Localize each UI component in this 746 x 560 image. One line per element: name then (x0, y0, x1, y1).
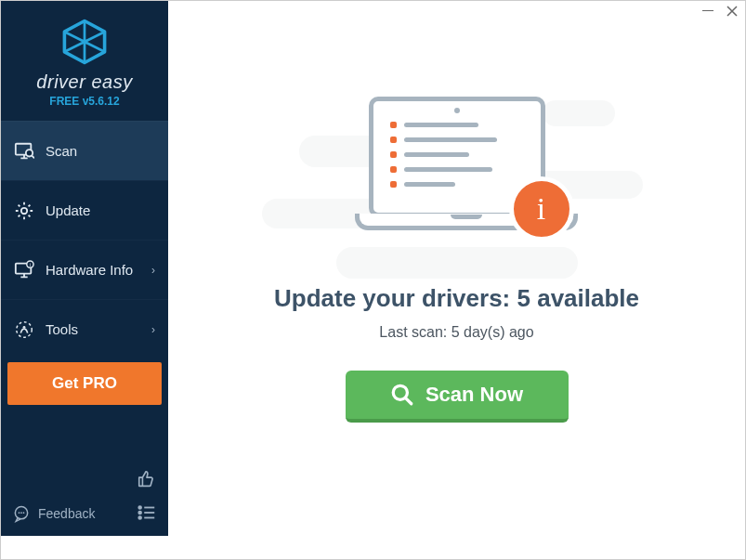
nav-item-update[interactable]: Update (1, 180, 168, 240)
close-icon (726, 6, 738, 17)
feedback-button[interactable]: Feedback (12, 504, 95, 523)
svg-point-1 (26, 150, 33, 156)
scan-now-label: Scan Now (425, 383, 523, 407)
svg-point-10 (20, 512, 22, 514)
logo-block: driver easy FREE v5.6.12 (1, 1, 168, 115)
nav-item-hardware-info[interactable]: i Hardware Info › (1, 240, 168, 299)
last-scan-value: 5 day(s) ago (452, 324, 534, 340)
laptop-graphic: i (355, 97, 559, 254)
nav-item-scan[interactable]: Scan (1, 121, 168, 180)
speech-bubble-icon (12, 504, 31, 523)
svg-point-13 (138, 512, 141, 514)
list-menu-icon[interactable] (137, 502, 157, 523)
magnifier-icon (390, 383, 414, 407)
svg-point-12 (138, 506, 141, 509)
main-panel: i Update your drivers: 5 available Last … (168, 24, 745, 559)
chevron-right-icon: › (151, 264, 155, 277)
available-count: 5 (517, 284, 530, 312)
close-button[interactable] (726, 5, 738, 20)
footer-icons (137, 469, 157, 523)
tools-icon (14, 319, 34, 340)
get-pro-button[interactable]: Get PRO (7, 362, 162, 405)
app-logo-icon (59, 18, 110, 66)
info-badge-icon: i (509, 176, 574, 241)
svg-point-14 (138, 516, 141, 519)
hardware-info-icon: i (14, 260, 34, 280)
gear-icon (14, 201, 34, 221)
nav-item-tools[interactable]: Tools › (1, 299, 168, 358)
scan-now-button[interactable]: Scan Now (346, 371, 569, 423)
nav-menu: Scan Update i Hardware Info (1, 121, 168, 358)
svg-point-9 (19, 512, 20, 514)
svg-text:i: i (30, 262, 31, 267)
nav-label: Tools (46, 321, 140, 337)
last-scan-text: Last scan: 5 day(s) ago (379, 324, 533, 341)
monitor-scan-icon (14, 141, 34, 162)
svg-point-11 (23, 512, 25, 514)
thumbs-up-icon[interactable] (137, 469, 157, 489)
feedback-label: Feedback (38, 506, 95, 521)
headline: Update your drivers: 5 available (274, 284, 639, 313)
nav-label: Update (46, 202, 155, 218)
illustration: i (262, 80, 652, 275)
brand-name: driver easy (1, 72, 168, 93)
version-label: FREE v5.6.12 (1, 95, 168, 108)
svg-point-7 (23, 325, 26, 328)
svg-point-6 (17, 321, 33, 337)
chevron-right-icon: › (151, 323, 155, 336)
sidebar-footer: Feedback (1, 460, 168, 536)
sidebar: driver easy FREE v5.6.12 Scan (1, 1, 168, 536)
minimize-button[interactable] (702, 10, 713, 11)
nav-label: Scan (46, 143, 155, 159)
app-body: driver easy FREE v5.6.12 Scan (1, 24, 745, 559)
nav-label: Hardware Info (46, 262, 140, 278)
svg-point-2 (21, 207, 27, 213)
get-pro-label: Get PRO (52, 374, 117, 393)
